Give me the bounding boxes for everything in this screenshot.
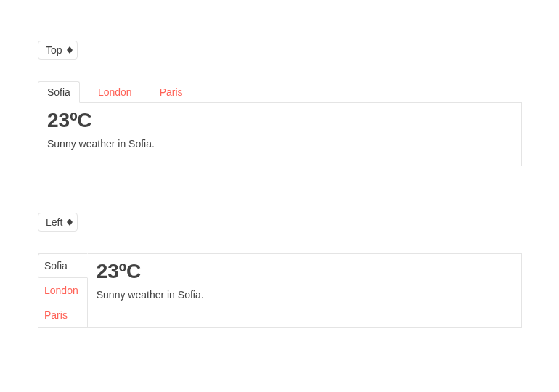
tabstrip-left: Sofia London Paris 23ºC Sunny weather in… bbox=[38, 253, 522, 328]
tabstrip-left-content: 23ºC Sunny weather in Sofia. bbox=[87, 254, 521, 327]
position-select-left-value: Left bbox=[46, 216, 62, 228]
select-arrows-icon bbox=[67, 219, 73, 226]
tab-label: Paris bbox=[44, 309, 68, 321]
tab-sofia[interactable]: Sofia bbox=[38, 81, 80, 103]
position-select-left[interactable]: Left bbox=[38, 213, 78, 232]
temperature-value: 23ºC bbox=[97, 260, 513, 283]
weather-description: Sunny weather in Sofia. bbox=[47, 138, 513, 150]
tabstrip-left-tabs: Sofia London Paris bbox=[38, 254, 87, 327]
temperature-value: 23ºC bbox=[47, 109, 513, 132]
tabstrip-top-content: 23ºC Sunny weather in Sofia. bbox=[38, 102, 522, 166]
tab-label: Sofia bbox=[44, 260, 68, 271]
position-select-top[interactable]: Top bbox=[38, 41, 78, 60]
tab-london[interactable]: London bbox=[38, 278, 87, 303]
tab-london[interactable]: London bbox=[89, 81, 142, 102]
tab-paris[interactable]: Paris bbox=[38, 303, 87, 327]
position-select-top-value: Top bbox=[46, 44, 62, 56]
tab-label: Sofia bbox=[47, 86, 70, 98]
tabstrip-top: Sofia London Paris 23ºC Sunny weather in… bbox=[38, 81, 522, 166]
tab-sofia[interactable]: Sofia bbox=[38, 253, 88, 278]
weather-description: Sunny weather in Sofia. bbox=[97, 289, 513, 301]
tab-label: Paris bbox=[160, 86, 183, 98]
tabstrip-top-tabs: Sofia London Paris bbox=[38, 81, 522, 102]
tab-paris[interactable]: Paris bbox=[150, 81, 192, 102]
tab-label: London bbox=[44, 285, 78, 296]
select-arrows-icon bbox=[67, 46, 73, 54]
tab-label: London bbox=[98, 86, 132, 98]
